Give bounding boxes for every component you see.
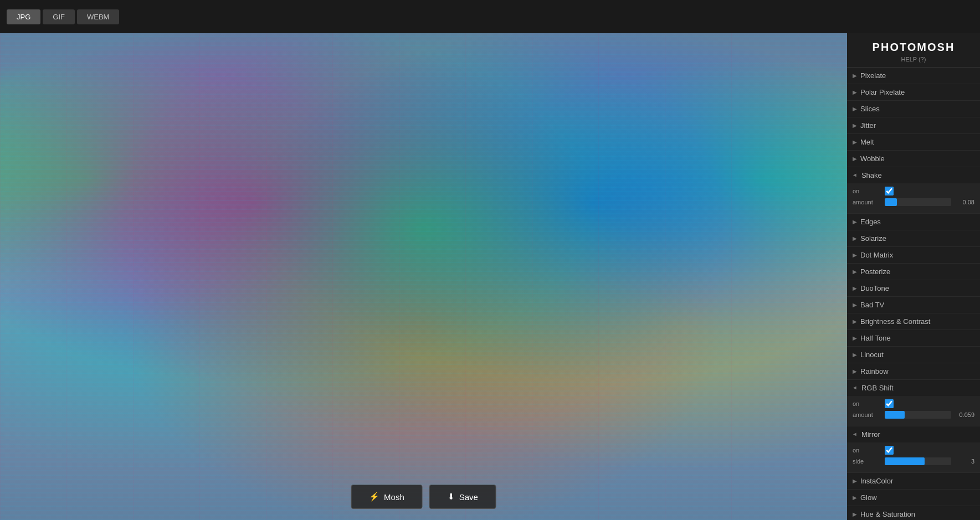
- effect-header-dot-matrix[interactable]: ▶Dot Matrix: [847, 247, 980, 263]
- checkbox-shake-on[interactable]: [885, 187, 894, 195]
- lightning-icon: ⚡: [369, 492, 379, 502]
- effect-item-mirror: ▼Mirroronside3: [847, 426, 980, 473]
- effect-label-glow: Glow: [860, 493, 877, 502]
- effect-label-solarize: Solarize: [860, 234, 886, 243]
- chevron-icon-pixelate: ▶: [853, 73, 857, 79]
- effect-item-wobble: ▶Wobble: [847, 151, 980, 167]
- chevron-icon-dot-matrix: ▶: [853, 252, 857, 258]
- panel-header: PHOTOMOSH HELP (?): [847, 33, 980, 68]
- effect-header-rgb-shift[interactable]: ▼RGB Shift: [847, 380, 980, 396]
- effect-item-rgb-shift: ▼RGB Shiftonamount0.059: [847, 380, 980, 426]
- effect-label-rainbow: Rainbow: [860, 367, 889, 375]
- slider-container-rgb-shift-amount[interactable]: [885, 411, 951, 419]
- effect-header-brightness-contrast[interactable]: ▶Brightness & Contrast: [847, 313, 980, 329]
- right-panel: PHOTOMOSH HELP (?) ▶Pixelate▶Polar Pixel…: [847, 33, 980, 520]
- effect-header-instacolor[interactable]: ▶InstaColor: [847, 473, 980, 489]
- slider-value-mirror-side: 3: [955, 458, 974, 465]
- effect-label-pixelate: Pixelate: [860, 71, 886, 80]
- effect-header-jitter[interactable]: ▶Jitter: [847, 117, 980, 133]
- top-bar: JPG GIF WEBM: [0, 0, 980, 33]
- chevron-icon-polar-pixelate: ▶: [853, 89, 857, 95]
- effects-list: ▶Pixelate▶Polar Pixelate▶Slices▶Jitter▶M…: [847, 68, 980, 520]
- save-button[interactable]: ⬇ Save: [429, 485, 496, 509]
- slider-value-shake-amount: 0.08: [955, 199, 974, 205]
- slider-value-rgb-shift-amount: 0.059: [955, 411, 974, 418]
- effect-label-rgb-shift: RGB Shift: [861, 384, 894, 392]
- effect-header-melt[interactable]: ▶Melt: [847, 134, 980, 150]
- checkbox-rgb-shift-on[interactable]: [885, 399, 894, 408]
- control-label-mirror-on: on: [853, 447, 881, 454]
- slider-fill-shake-amount: [885, 198, 897, 206]
- effect-header-linocut[interactable]: ▶Linocut: [847, 347, 980, 363]
- effect-item-melt: ▶Melt: [847, 134, 980, 151]
- control-label-mirror-side: side: [853, 458, 881, 465]
- slider-container-shake-amount[interactable]: [885, 198, 951, 206]
- effect-item-polar-pixelate: ▶Polar Pixelate: [847, 84, 980, 101]
- chevron-icon-rgb-shift: ▼: [852, 385, 858, 391]
- checkbox-mirror-on[interactable]: [885, 446, 894, 455]
- chevron-icon-slices: ▶: [853, 106, 857, 112]
- chevron-icon-wobble: ▶: [853, 156, 857, 162]
- effect-item-hue-saturation: ▶Hue & Saturation: [847, 506, 980, 520]
- effect-header-bad-tv[interactable]: ▶Bad TV: [847, 297, 980, 313]
- control-label-rgb-shift-amount: amount: [853, 411, 881, 418]
- effect-label-jitter: Jitter: [860, 121, 876, 130]
- effect-item-duotone: ▶DuoTone: [847, 280, 980, 297]
- effect-header-duotone[interactable]: ▶DuoTone: [847, 280, 980, 296]
- effect-label-linocut: Linocut: [860, 351, 884, 359]
- effect-header-posterize[interactable]: ▶Posterize: [847, 264, 980, 280]
- effect-label-half-tone: Half Tone: [860, 334, 891, 342]
- chevron-icon-mirror: ▼: [852, 432, 858, 437]
- chevron-icon-shake: ▼: [852, 173, 858, 178]
- effect-header-wobble[interactable]: ▶Wobble: [847, 151, 980, 167]
- effect-row-rgb-shift-amount: amount0.059: [853, 411, 974, 419]
- chevron-icon-edges: ▶: [853, 219, 857, 225]
- effect-label-duotone: DuoTone: [860, 284, 889, 292]
- effect-header-rainbow[interactable]: ▶Rainbow: [847, 363, 980, 379]
- effect-item-glow: ▶Glow: [847, 490, 980, 506]
- help-link[interactable]: HELP (?): [854, 56, 973, 63]
- effect-header-pixelate[interactable]: ▶Pixelate: [847, 68, 980, 84]
- effect-label-instacolor: InstaColor: [860, 477, 893, 485]
- effect-row-shake-amount: amount0.08: [853, 198, 974, 206]
- effect-label-melt: Melt: [860, 138, 874, 146]
- chevron-icon-bad-tv: ▶: [853, 302, 857, 308]
- effect-label-posterize: Posterize: [860, 267, 890, 276]
- chevron-icon-linocut: ▶: [853, 352, 857, 358]
- slider-fill-mirror-side: [885, 457, 925, 465]
- effect-label-shake: Shake: [861, 171, 882, 179]
- save-label: Save: [459, 492, 478, 502]
- effect-item-edges: ▶Edges: [847, 214, 980, 230]
- tab-gif[interactable]: GIF: [43, 9, 75, 24]
- effect-header-shake[interactable]: ▼Shake: [847, 167, 980, 183]
- effect-label-hue-saturation: Hue & Saturation: [860, 510, 915, 518]
- effect-header-solarize[interactable]: ▶Solarize: [847, 230, 980, 246]
- effect-header-edges[interactable]: ▶Edges: [847, 214, 980, 230]
- tab-webm[interactable]: WEBM: [77, 9, 119, 24]
- effect-item-posterize: ▶Posterize: [847, 264, 980, 280]
- effect-header-mirror[interactable]: ▼Mirror: [847, 426, 980, 442]
- slider-container-mirror-side[interactable]: [885, 457, 951, 465]
- effect-item-bad-tv: ▶Bad TV: [847, 297, 980, 313]
- control-label-shake-amount: amount: [853, 199, 881, 205]
- effect-header-slices[interactable]: ▶Slices: [847, 101, 980, 117]
- effect-item-shake: ▼Shakeonamount0.08: [847, 167, 980, 214]
- effect-row-shake-on: on: [853, 187, 974, 195]
- effect-label-wobble: Wobble: [860, 155, 885, 163]
- tab-jpg[interactable]: JPG: [7, 9, 40, 24]
- chevron-icon-glow: ▶: [853, 495, 857, 501]
- effect-label-edges: Edges: [860, 218, 881, 226]
- effect-header-hue-saturation[interactable]: ▶Hue & Saturation: [847, 506, 980, 520]
- chevron-icon-posterize: ▶: [853, 269, 857, 275]
- effect-header-glow[interactable]: ▶Glow: [847, 490, 980, 506]
- main-layout: ⚡ Mosh ⬇ Save PHOTOMOSH HELP (?) ▶Pixela…: [0, 33, 980, 520]
- effect-item-solarize: ▶Solarize: [847, 230, 980, 247]
- canvas-area: ⚡ Mosh ⬇ Save: [0, 33, 847, 520]
- mosh-button[interactable]: ⚡ Mosh: [351, 485, 423, 509]
- effect-label-slices: Slices: [860, 105, 880, 113]
- effect-body-mirror: onside3: [847, 442, 980, 472]
- effect-row-rgb-shift-on: on: [853, 399, 974, 408]
- effect-header-half-tone[interactable]: ▶Half Tone: [847, 330, 980, 346]
- chevron-icon-duotone: ▶: [853, 285, 857, 291]
- effect-header-polar-pixelate[interactable]: ▶Polar Pixelate: [847, 84, 980, 100]
